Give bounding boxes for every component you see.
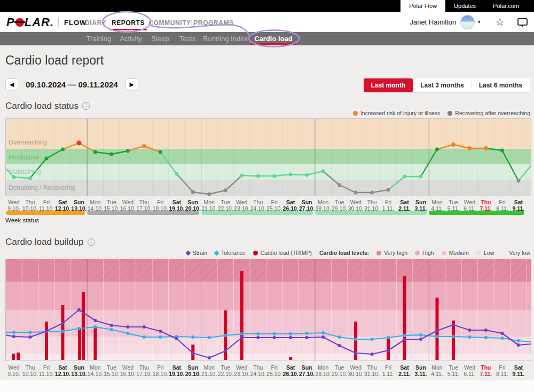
avatar[interactable] — [460, 15, 475, 29]
trimp-bar — [17, 353, 20, 360]
date-range-nav: ◀ 09.10.2024 — 09.11.2024 ▶ — [5, 78, 138, 91]
status-point — [12, 175, 16, 179]
nav-item-reports[interactable]: REPORTS — [112, 19, 145, 27]
status-section-title-text: Cardio load status — [5, 101, 78, 111]
strain-point — [224, 349, 227, 353]
range-button-last-6-months[interactable]: Last 6 months — [472, 78, 530, 92]
polar-flow-app: Polar FlowUpdatesPolar.com PLAR. FLOW DI… — [0, 0, 534, 392]
tolerance-point — [12, 331, 15, 334]
strain-point — [191, 351, 194, 355]
status-point — [305, 173, 309, 177]
subnav-item-running-index[interactable]: Running Index — [203, 32, 248, 45]
trimp-bar — [93, 327, 97, 360]
tolerance-point — [452, 335, 455, 338]
top-tab-polar-com[interactable]: Polar.com — [484, 0, 528, 12]
user-name[interactable]: Janet Hamilton — [410, 18, 456, 26]
tolerance-point — [468, 335, 471, 339]
status-point — [403, 175, 406, 179]
strain-point — [387, 349, 390, 352]
legend-label: Low — [484, 250, 494, 256]
tolerance-point — [371, 338, 374, 341]
legend-label: Recovering after overreaching — [455, 110, 530, 116]
trimp-bar — [12, 354, 15, 360]
next-period-button[interactable]: ▶ — [125, 78, 138, 90]
trimp-bar — [435, 298, 438, 360]
strain-point — [484, 329, 488, 332]
tolerance-point — [435, 335, 438, 338]
diamond-icon — [185, 250, 191, 255]
polar-logo[interactable]: PLAR. FLOW — [6, 15, 87, 29]
cardio-load-levels-label: Cardio load levels: — [319, 250, 369, 256]
status-point — [289, 173, 293, 177]
tolerance-point — [159, 335, 162, 339]
trimp-bar — [82, 292, 85, 360]
status-point — [175, 172, 178, 176]
prev-period-button[interactable]: ◀ — [5, 78, 18, 90]
top-tab-polar-flow[interactable]: Polar Flow — [400, 0, 445, 12]
nav-item-diary[interactable]: DIARY — [85, 19, 106, 27]
zone-label: Productive — [9, 154, 39, 161]
week-status-segment — [315, 211, 427, 215]
nav-item-community[interactable]: COMMUNITY — [148, 19, 191, 27]
buildup-info-icon[interactable]: i — [88, 238, 95, 246]
status-info-icon[interactable]: i — [82, 102, 90, 110]
top-tab-updates[interactable]: Updates — [445, 0, 484, 12]
polar-o-icon — [15, 18, 24, 27]
strain-point — [110, 324, 113, 327]
strain-point — [338, 344, 341, 347]
strain-point — [77, 308, 81, 311]
strain-point — [452, 323, 455, 326]
status-point — [240, 174, 244, 178]
trimp-bar — [240, 271, 244, 360]
status-point — [435, 148, 439, 151]
week-status-segment — [6, 211, 85, 215]
favorites-star-icon[interactable]: ☆ — [495, 15, 505, 28]
status-point — [321, 170, 325, 173]
tolerance-point — [517, 339, 520, 342]
range-button-last-month[interactable]: Last month — [364, 78, 413, 92]
nav-item-programs[interactable]: PROGRAMS — [193, 19, 233, 27]
tolerance-point — [256, 332, 260, 335]
strain-point — [208, 356, 211, 359]
chat-bubble-icon[interactable] — [517, 18, 528, 26]
tolerance-point — [191, 335, 194, 339]
date-range-value: 09.10.2024 — 09.11.2024 — [26, 80, 118, 89]
subnav-item-tests[interactable]: Tests — [179, 32, 195, 45]
status-point — [159, 150, 162, 154]
strain-point — [468, 329, 471, 332]
subnav-item-training[interactable]: Training — [87, 32, 111, 45]
logo-rest: LAR. — [25, 15, 54, 29]
tolerance-point — [273, 332, 276, 335]
user-box: Janet Hamilton ▼ ☆ — [410, 14, 528, 30]
strain-point — [354, 351, 357, 355]
status-legend: Increased risk of injury or illnessRecov… — [353, 110, 530, 116]
legend-label: Strain — [193, 250, 207, 256]
trimp-bar — [289, 357, 292, 360]
status-legend-item: Recovering after overreaching — [447, 110, 530, 116]
range-button-last-3-months[interactable]: Last 3 months — [413, 78, 471, 92]
status-line-segment — [290, 174, 307, 175]
tolerance-point — [484, 336, 488, 339]
tolerance-point — [126, 332, 129, 335]
tolerance-point — [403, 334, 406, 337]
trimp-bar — [78, 328, 81, 360]
subnav-item-sleep[interactable]: Sleep — [151, 32, 169, 45]
status-line-segment — [242, 175, 258, 176]
circle-icon — [253, 251, 258, 255]
tolerance-point — [321, 331, 325, 334]
status-point — [370, 191, 374, 195]
subnav-item-activity[interactable]: Activity — [120, 32, 142, 45]
strain-point — [159, 330, 162, 333]
status-point — [44, 157, 48, 161]
buildup-legend: StrainToleranceCardio load (TRIMP)Cardio… — [186, 250, 530, 256]
logo-letter-p: P — [6, 15, 15, 29]
trimp-bar — [403, 276, 406, 360]
subnav-item-cardio-load[interactable]: Cardio load — [254, 32, 293, 45]
status-point — [272, 174, 276, 178]
status-point — [500, 149, 504, 153]
chevron-down-icon[interactable]: ▼ — [477, 20, 481, 25]
tolerance-point — [500, 337, 504, 340]
status-point — [387, 188, 390, 192]
strain-point — [126, 325, 129, 329]
strain-point — [175, 337, 178, 340]
